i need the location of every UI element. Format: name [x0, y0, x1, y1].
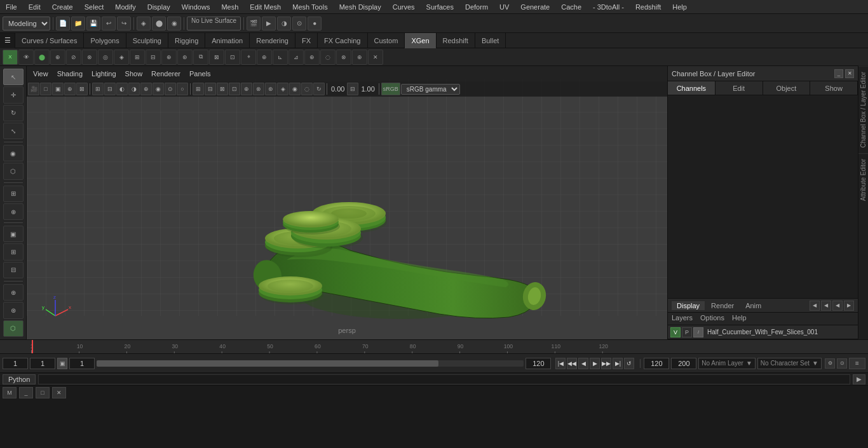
- tool-4[interactable]: ◎: [98, 50, 113, 65]
- layer-icon[interactable]: ▣: [3, 226, 24, 242]
- menu-uv[interactable]: UV: [496, 2, 512, 12]
- vp-show[interactable]: Show: [121, 69, 147, 79]
- maya-icon[interactable]: M: [3, 387, 17, 398]
- show-render-btn[interactable]: ⊙: [292, 17, 306, 31]
- win-max-btn[interactable]: □: [36, 387, 50, 398]
- menu-help[interactable]: Help: [669, 2, 690, 12]
- vi-iso9[interactable]: ◉: [289, 83, 301, 95]
- frame3-field[interactable]: 1: [69, 358, 95, 369]
- menu-generate[interactable]: Generate: [517, 2, 553, 12]
- redo-btn[interactable]: ↪: [117, 17, 131, 31]
- render-seq-btn[interactable]: ▶: [262, 17, 276, 31]
- tab-animation[interactable]: Animation: [205, 33, 250, 48]
- vp-view[interactable]: View: [29, 69, 52, 79]
- layer-p-btn[interactable]: P: [682, 327, 692, 337]
- tool-9[interactable]: ⊛: [177, 50, 193, 65]
- vi-shad[interactable]: ◑: [128, 83, 140, 95]
- tab-bullet[interactable]: Bullet: [475, 33, 506, 48]
- tool-8[interactable]: ⊕: [161, 50, 177, 65]
- menu-mesh-display[interactable]: Mesh Display: [336, 2, 384, 12]
- select-tool-btn[interactable]: ◈: [137, 17, 151, 31]
- vi-aa[interactable]: ⊙: [165, 83, 176, 95]
- vi-dof[interactable]: ○: [177, 83, 188, 95]
- attr-icon[interactable]: ⊞: [3, 243, 24, 260]
- vi-iso7[interactable]: ⊛: [265, 83, 276, 95]
- xgen-logo[interactable]: X: [3, 50, 18, 65]
- lay-prev-icon[interactable]: ◀: [810, 301, 820, 311]
- lay-prev2-icon[interactable]: ◀: [832, 301, 843, 311]
- tab-rendering[interactable]: Rendering: [250, 33, 295, 48]
- vi-iso8[interactable]: ◈: [277, 83, 288, 95]
- vi-cam2[interactable]: □: [40, 83, 51, 95]
- vi-iso4[interactable]: ⊡: [229, 83, 240, 95]
- ch-tab-object[interactable]: Object: [763, 81, 811, 95]
- vi-res[interactable]: ⊟: [104, 83, 116, 95]
- ch-tab-channels[interactable]: Channels: [668, 81, 715, 95]
- anim-prev-btn[interactable]: ◀◀: [567, 358, 577, 369]
- tools-icon[interactable]: ⊕: [3, 284, 24, 301]
- tool-21[interactable]: ✕: [368, 50, 383, 65]
- vi-ao[interactable]: ◉: [153, 83, 164, 95]
- anim-back-btn[interactable]: ◀: [578, 358, 588, 369]
- tool-17[interactable]: ⊕: [304, 50, 320, 65]
- anim-play-btn[interactable]: ▶: [590, 358, 600, 369]
- open-btn[interactable]: 📁: [71, 17, 85, 31]
- tool-3[interactable]: ⊗: [82, 50, 97, 65]
- tab-fx-caching[interactable]: FX Caching: [318, 33, 367, 48]
- layer-v-btn[interactable]: V: [670, 327, 681, 337]
- win-min-btn[interactable]: _: [19, 387, 33, 398]
- tool-15[interactable]: ⊾: [273, 50, 288, 65]
- workspace-dropdown[interactable]: Modeling: [3, 17, 50, 31]
- soft-sel-icon[interactable]: ◉: [3, 145, 24, 161]
- vi-snap[interactable]: ⊕: [64, 83, 76, 95]
- range-val-field[interactable]: 120: [526, 358, 551, 369]
- ch-tab-show[interactable]: Show: [810, 81, 858, 95]
- vi-iso5[interactable]: ⊕: [241, 83, 252, 95]
- anim-loop-btn[interactable]: ↺: [624, 358, 634, 369]
- vi-iso10[interactable]: ◌: [301, 83, 313, 95]
- live-surface-btn[interactable]: No Live Surface: [187, 17, 241, 31]
- menu-modify[interactable]: Modify: [112, 2, 139, 12]
- tab-redshift[interactable]: Redshift: [437, 33, 475, 48]
- vi-cam[interactable]: 🎥: [28, 83, 39, 95]
- lay-sub-options[interactable]: Options: [696, 313, 728, 325]
- vp-renderer[interactable]: Renderer: [147, 69, 184, 79]
- current-frame-field[interactable]: 1: [3, 358, 28, 369]
- total-field[interactable]: 200: [671, 358, 696, 369]
- lay-tab-anim[interactable]: Anim: [740, 301, 766, 310]
- lay-next2-icon[interactable]: ▶: [844, 301, 854, 311]
- vi-cam3[interactable]: ▣: [52, 83, 64, 95]
- vi-colorspace-select[interactable]: sRGB gamma: [401, 84, 460, 95]
- tool-14[interactable]: ⊕: [257, 50, 272, 65]
- rotate-icon[interactable]: ↻: [3, 105, 24, 121]
- tool-7[interactable]: ⊟: [146, 50, 161, 65]
- cb-minimize-btn[interactable]: _: [834, 69, 843, 78]
- menu-display[interactable]: Display: [144, 2, 173, 12]
- save-btn[interactable]: 💾: [86, 17, 100, 31]
- lay-tab-display[interactable]: Display: [672, 301, 705, 310]
- menu-file[interactable]: File: [3, 2, 20, 12]
- render-btn[interactable]: 🎬: [247, 17, 261, 31]
- tool-2[interactable]: ⊘: [66, 50, 81, 65]
- edge-tab-channel[interactable]: Channel Box / Layer Editor: [858, 66, 868, 153]
- tool-5[interactable]: ◈: [114, 50, 129, 65]
- scale-icon[interactable]: ⤡: [3, 123, 24, 139]
- menu-curves[interactable]: Curves: [390, 2, 418, 12]
- python-run-btn[interactable]: ▶: [853, 374, 865, 384]
- anim-fwd-btn[interactable]: ▶▶: [601, 358, 611, 369]
- layout-icon[interactable]: ⊟: [3, 262, 24, 278]
- lay-next-icon[interactable]: ◀: [821, 301, 831, 311]
- ipr-btn[interactable]: ◑: [277, 17, 291, 31]
- no-anim-layer[interactable]: No Anim Layer ▼: [698, 358, 756, 369]
- python-tab[interactable]: Python: [3, 374, 36, 384]
- lay-sub-layers[interactable]: Layers: [668, 313, 696, 325]
- menu-create[interactable]: Create: [49, 2, 76, 12]
- anim-first-btn[interactable]: |◀: [555, 358, 566, 369]
- vi-wire[interactable]: ⊠: [76, 83, 88, 95]
- select-icon[interactable]: ↖: [3, 69, 24, 85]
- new-scene-btn[interactable]: 📄: [56, 17, 70, 31]
- bb-icon2[interactable]: ⊙: [837, 358, 847, 369]
- extra1-icon[interactable]: ⊛: [3, 302, 24, 318]
- range-bar[interactable]: [97, 360, 524, 367]
- vi-light[interactable]: ◐: [116, 83, 128, 95]
